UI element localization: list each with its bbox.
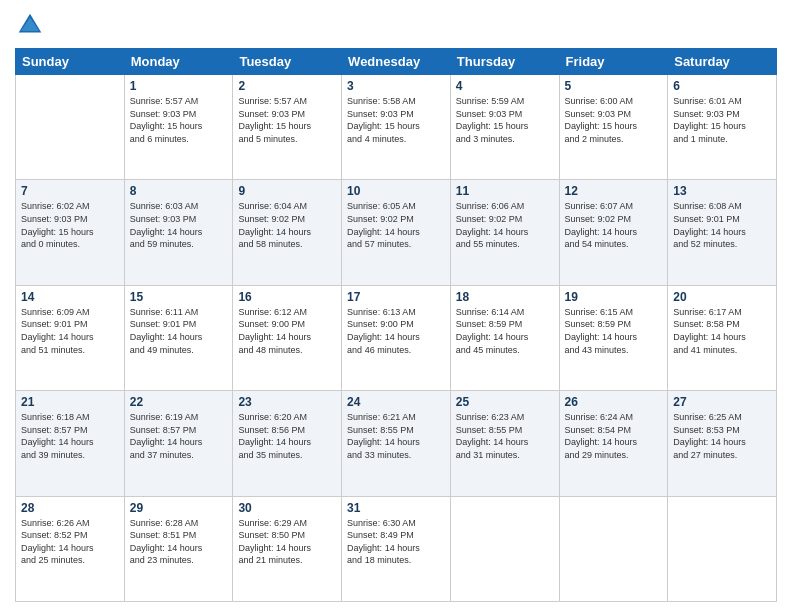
calendar-cell: 18Sunrise: 6:14 AM Sunset: 8:59 PM Dayli…: [450, 285, 559, 390]
day-number: 26: [565, 395, 663, 409]
calendar-table: SundayMondayTuesdayWednesdayThursdayFrid…: [15, 48, 777, 602]
calendar-header-row: SundayMondayTuesdayWednesdayThursdayFrid…: [16, 49, 777, 75]
calendar-cell: 5Sunrise: 6:00 AM Sunset: 9:03 PM Daylig…: [559, 75, 668, 180]
day-number: 20: [673, 290, 771, 304]
calendar-week-row: 28Sunrise: 6:26 AM Sunset: 8:52 PM Dayli…: [16, 496, 777, 601]
header: [15, 10, 777, 40]
cell-content: Sunrise: 6:04 AM Sunset: 9:02 PM Dayligh…: [238, 200, 336, 250]
calendar-cell: 9Sunrise: 6:04 AM Sunset: 9:02 PM Daylig…: [233, 180, 342, 285]
day-number: 15: [130, 290, 228, 304]
cell-content: Sunrise: 6:18 AM Sunset: 8:57 PM Dayligh…: [21, 411, 119, 461]
cell-content: Sunrise: 6:14 AM Sunset: 8:59 PM Dayligh…: [456, 306, 554, 356]
day-number: 10: [347, 184, 445, 198]
cell-content: Sunrise: 6:20 AM Sunset: 8:56 PM Dayligh…: [238, 411, 336, 461]
cell-content: Sunrise: 6:00 AM Sunset: 9:03 PM Dayligh…: [565, 95, 663, 145]
calendar-cell: [16, 75, 125, 180]
cell-content: Sunrise: 6:29 AM Sunset: 8:50 PM Dayligh…: [238, 517, 336, 567]
cell-content: Sunrise: 6:03 AM Sunset: 9:03 PM Dayligh…: [130, 200, 228, 250]
day-number: 13: [673, 184, 771, 198]
cell-content: Sunrise: 6:12 AM Sunset: 9:00 PM Dayligh…: [238, 306, 336, 356]
cell-content: Sunrise: 6:24 AM Sunset: 8:54 PM Dayligh…: [565, 411, 663, 461]
calendar-cell: 15Sunrise: 6:11 AM Sunset: 9:01 PM Dayli…: [124, 285, 233, 390]
calendar-cell: 1Sunrise: 5:57 AM Sunset: 9:03 PM Daylig…: [124, 75, 233, 180]
cell-content: Sunrise: 6:09 AM Sunset: 9:01 PM Dayligh…: [21, 306, 119, 356]
calendar-cell: 10Sunrise: 6:05 AM Sunset: 9:02 PM Dayli…: [342, 180, 451, 285]
day-number: 3: [347, 79, 445, 93]
calendar-cell: 12Sunrise: 6:07 AM Sunset: 9:02 PM Dayli…: [559, 180, 668, 285]
day-number: 5: [565, 79, 663, 93]
calendar-cell: 27Sunrise: 6:25 AM Sunset: 8:53 PM Dayli…: [668, 391, 777, 496]
day-header-sunday: Sunday: [16, 49, 125, 75]
page: SundayMondayTuesdayWednesdayThursdayFrid…: [0, 0, 792, 612]
cell-content: Sunrise: 6:25 AM Sunset: 8:53 PM Dayligh…: [673, 411, 771, 461]
calendar-cell: 8Sunrise: 6:03 AM Sunset: 9:03 PM Daylig…: [124, 180, 233, 285]
calendar-cell: 3Sunrise: 5:58 AM Sunset: 9:03 PM Daylig…: [342, 75, 451, 180]
calendar-cell: 7Sunrise: 6:02 AM Sunset: 9:03 PM Daylig…: [16, 180, 125, 285]
calendar-cell: [450, 496, 559, 601]
day-number: 1: [130, 79, 228, 93]
day-number: 4: [456, 79, 554, 93]
cell-content: Sunrise: 6:07 AM Sunset: 9:02 PM Dayligh…: [565, 200, 663, 250]
calendar-cell: 2Sunrise: 5:57 AM Sunset: 9:03 PM Daylig…: [233, 75, 342, 180]
day-number: 22: [130, 395, 228, 409]
cell-content: Sunrise: 6:23 AM Sunset: 8:55 PM Dayligh…: [456, 411, 554, 461]
calendar-cell: 28Sunrise: 6:26 AM Sunset: 8:52 PM Dayli…: [16, 496, 125, 601]
calendar-cell: 19Sunrise: 6:15 AM Sunset: 8:59 PM Dayli…: [559, 285, 668, 390]
cell-content: Sunrise: 6:26 AM Sunset: 8:52 PM Dayligh…: [21, 517, 119, 567]
cell-content: Sunrise: 6:01 AM Sunset: 9:03 PM Dayligh…: [673, 95, 771, 145]
cell-content: Sunrise: 5:59 AM Sunset: 9:03 PM Dayligh…: [456, 95, 554, 145]
day-number: 14: [21, 290, 119, 304]
day-header-wednesday: Wednesday: [342, 49, 451, 75]
day-number: 29: [130, 501, 228, 515]
day-header-friday: Friday: [559, 49, 668, 75]
calendar-cell: 13Sunrise: 6:08 AM Sunset: 9:01 PM Dayli…: [668, 180, 777, 285]
cell-content: Sunrise: 6:06 AM Sunset: 9:02 PM Dayligh…: [456, 200, 554, 250]
day-number: 24: [347, 395, 445, 409]
calendar-week-row: 14Sunrise: 6:09 AM Sunset: 9:01 PM Dayli…: [16, 285, 777, 390]
calendar-cell: [559, 496, 668, 601]
day-number: 28: [21, 501, 119, 515]
calendar-cell: 14Sunrise: 6:09 AM Sunset: 9:01 PM Dayli…: [16, 285, 125, 390]
calendar-cell: 6Sunrise: 6:01 AM Sunset: 9:03 PM Daylig…: [668, 75, 777, 180]
calendar-cell: 23Sunrise: 6:20 AM Sunset: 8:56 PM Dayli…: [233, 391, 342, 496]
calendar-cell: 11Sunrise: 6:06 AM Sunset: 9:02 PM Dayli…: [450, 180, 559, 285]
day-number: 21: [21, 395, 119, 409]
day-number: 7: [21, 184, 119, 198]
day-number: 30: [238, 501, 336, 515]
cell-content: Sunrise: 6:05 AM Sunset: 9:02 PM Dayligh…: [347, 200, 445, 250]
cell-content: Sunrise: 6:13 AM Sunset: 9:00 PM Dayligh…: [347, 306, 445, 356]
calendar-cell: 4Sunrise: 5:59 AM Sunset: 9:03 PM Daylig…: [450, 75, 559, 180]
calendar-cell: [668, 496, 777, 601]
cell-content: Sunrise: 6:15 AM Sunset: 8:59 PM Dayligh…: [565, 306, 663, 356]
cell-content: Sunrise: 6:28 AM Sunset: 8:51 PM Dayligh…: [130, 517, 228, 567]
day-number: 11: [456, 184, 554, 198]
calendar-cell: 26Sunrise: 6:24 AM Sunset: 8:54 PM Dayli…: [559, 391, 668, 496]
calendar-week-row: 1Sunrise: 5:57 AM Sunset: 9:03 PM Daylig…: [16, 75, 777, 180]
day-number: 12: [565, 184, 663, 198]
cell-content: Sunrise: 5:57 AM Sunset: 9:03 PM Dayligh…: [130, 95, 228, 145]
calendar-week-row: 21Sunrise: 6:18 AM Sunset: 8:57 PM Dayli…: [16, 391, 777, 496]
day-number: 8: [130, 184, 228, 198]
day-number: 23: [238, 395, 336, 409]
day-number: 9: [238, 184, 336, 198]
calendar-cell: 25Sunrise: 6:23 AM Sunset: 8:55 PM Dayli…: [450, 391, 559, 496]
day-number: 19: [565, 290, 663, 304]
cell-content: Sunrise: 6:17 AM Sunset: 8:58 PM Dayligh…: [673, 306, 771, 356]
cell-content: Sunrise: 6:21 AM Sunset: 8:55 PM Dayligh…: [347, 411, 445, 461]
calendar-cell: 21Sunrise: 6:18 AM Sunset: 8:57 PM Dayli…: [16, 391, 125, 496]
calendar-week-row: 7Sunrise: 6:02 AM Sunset: 9:03 PM Daylig…: [16, 180, 777, 285]
calendar-cell: 24Sunrise: 6:21 AM Sunset: 8:55 PM Dayli…: [342, 391, 451, 496]
calendar-cell: 22Sunrise: 6:19 AM Sunset: 8:57 PM Dayli…: [124, 391, 233, 496]
calendar-cell: 30Sunrise: 6:29 AM Sunset: 8:50 PM Dayli…: [233, 496, 342, 601]
cell-content: Sunrise: 6:02 AM Sunset: 9:03 PM Dayligh…: [21, 200, 119, 250]
day-number: 16: [238, 290, 336, 304]
cell-content: Sunrise: 5:58 AM Sunset: 9:03 PM Dayligh…: [347, 95, 445, 145]
calendar-cell: 16Sunrise: 6:12 AM Sunset: 9:00 PM Dayli…: [233, 285, 342, 390]
calendar-cell: 29Sunrise: 6:28 AM Sunset: 8:51 PM Dayli…: [124, 496, 233, 601]
day-number: 27: [673, 395, 771, 409]
day-header-tuesday: Tuesday: [233, 49, 342, 75]
cell-content: Sunrise: 5:57 AM Sunset: 9:03 PM Dayligh…: [238, 95, 336, 145]
day-number: 31: [347, 501, 445, 515]
day-number: 18: [456, 290, 554, 304]
day-number: 2: [238, 79, 336, 93]
